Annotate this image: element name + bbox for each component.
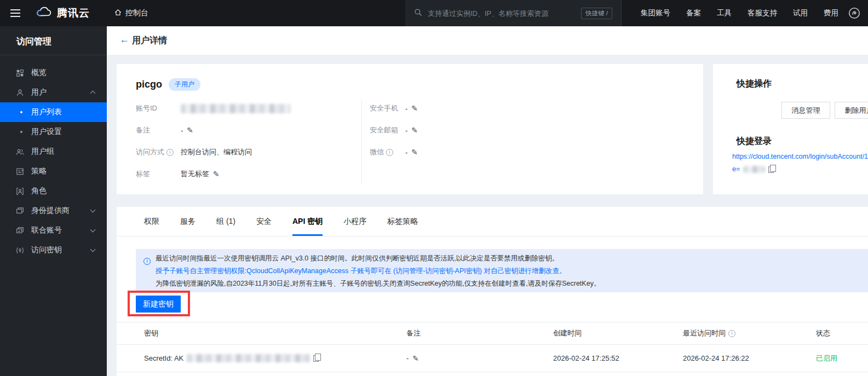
sidebar-item-roles[interactable]: 角色 <box>0 181 107 201</box>
banner-link[interactable]: 授予子账号自主管理密钥权限:QcloudCollApiKeyManageAcce… <box>156 265 600 277</box>
sub-account-login-link[interactable]: https://cloud.tencent.com/login/subAccou… <box>732 151 868 176</box>
secret-id-prefix: SecretId: AK <box>144 354 183 362</box>
tab-permissions[interactable]: 权限 <box>144 207 159 236</box>
account-id-label: 账号ID <box>136 103 181 113</box>
sidebar-item-label: 用户组 <box>31 147 54 157</box>
col-status: 状态 <box>816 328 868 338</box>
menu-item-trial[interactable]: 试用 <box>793 8 808 18</box>
tab-tag-policy[interactable]: 标签策略 <box>387 207 418 236</box>
vertical-divider <box>361 100 362 185</box>
info-icon[interactable]: i <box>728 330 735 337</box>
tab-mini-program[interactable]: 小程序 <box>343 207 366 236</box>
key-created-time: 2026-02-24 17:25:52 <box>553 354 683 362</box>
col-last-access: 最近访问时间 i <box>683 328 816 338</box>
info-banner: i 最近访问时间指最近一次使用密钥调用云 API_v3.0 接口的时间。此时间仅… <box>136 249 868 292</box>
edit-wechat-icon[interactable]: ✎ <box>411 148 418 156</box>
home-icon <box>114 8 122 18</box>
menu-item-billing[interactable]: 费用 <box>824 8 838 18</box>
edit-email-icon[interactable]: ✎ <box>411 126 418 134</box>
col-created: 创建时间 <box>553 328 683 338</box>
console-label: 控制台 <box>125 8 148 18</box>
detail-tabs-card: 权限 服务 组 (1) 安全 API 密钥 小程序 标签策略 i 最近访问时间指… <box>117 207 868 376</box>
user-icon <box>16 88 25 97</box>
chevron-down-icon <box>90 207 96 213</box>
tab-api-keys[interactable]: API 密钥 <box>292 207 323 236</box>
masked-secret-id <box>187 354 310 362</box>
chevron-down-icon <box>90 227 96 233</box>
shortcut-key-badge: 快捷键 / <box>581 8 612 19</box>
sidebar-item-policies[interactable]: 策略 <box>0 161 107 181</box>
access-mode-value: 控制台访问、编程访问 <box>181 147 252 157</box>
hamburger-menu-icon[interactable] <box>2 0 28 26</box>
user-info-card: picgo 子用户 账号ID 备注 -✎ 访问方式i 控制台访问、编程访问 标签… <box>117 64 703 194</box>
sidebar-item-label: 身份提供商 <box>31 206 70 216</box>
tab-security[interactable]: 安全 <box>256 207 272 236</box>
info-icon[interactable]: i <box>386 149 393 156</box>
bullet-dot-icon <box>20 131 22 133</box>
console-link[interactable]: 控制台 <box>114 8 148 18</box>
sidebar-item-label: 联合账号 <box>31 225 62 235</box>
tab-services[interactable]: 服务 <box>180 207 196 236</box>
wechat-label: 微信 <box>370 147 384 157</box>
menu-item-tools[interactable]: 工具 <box>717 8 732 18</box>
role-icon <box>16 187 25 195</box>
sidebar-item-label: 策略 <box>31 166 47 176</box>
message-management-button[interactable]: 消息管理 <box>781 102 830 119</box>
edit-key-remark-icon[interactable]: ✎ <box>412 355 419 362</box>
sidebar-item-user-settings[interactable]: 用户设置 <box>0 122 107 142</box>
info-icon[interactable]: i <box>166 149 174 156</box>
grid-icon <box>16 68 25 77</box>
sidebar-item-label: 访问密钥 <box>31 245 62 255</box>
brand-text: 腾讯云 <box>57 6 90 20</box>
sidebar-item-label: 角色 <box>31 186 47 196</box>
login-url[interactable]: https://cloud.tencent.com/login/subAccou… <box>732 151 868 163</box>
sidebar-item-access-keys[interactable]: 访问密钥 <box>0 240 107 260</box>
tag-value: 暂无标签 <box>181 169 209 179</box>
masked-account-id <box>181 104 290 113</box>
search-icon <box>414 8 422 19</box>
sidebar-item-identity-providers[interactable]: 身份提供商 <box>0 201 107 221</box>
edit-remark-icon[interactable]: ✎ <box>187 126 193 134</box>
user-name: picgo <box>136 79 162 90</box>
edit-tag-icon[interactable]: ✎ <box>213 170 220 178</box>
table-header-row: 密钥 备注 创建时间 最近访问时间 i 状态 <box>117 322 868 345</box>
search-input[interactable] <box>428 9 581 18</box>
sidebar-item-federated-accounts[interactable]: 联合账号 <box>0 221 107 240</box>
copy-icon[interactable] <box>768 166 774 173</box>
menu-item-icp[interactable]: 备案 <box>686 8 701 18</box>
security-email-label: 安全邮箱 <box>370 125 405 135</box>
security-phone-label: 安全手机 <box>370 103 405 113</box>
security-email-value: - <box>405 126 407 135</box>
sidebar-item-users[interactable]: 用户 <box>0 83 107 102</box>
tab-bar: 权限 服务 组 (1) 安全 API 密钥 小程序 标签策略 <box>117 207 868 236</box>
delete-user-button[interactable]: 删除用户 <box>835 102 868 119</box>
key-last-access-time: 2026-02-24 17:26:22 <box>683 354 816 362</box>
sidebar-title: 访问管理 <box>0 26 107 55</box>
identity-provider-icon <box>16 206 25 215</box>
avatar-icon[interactable] <box>848 7 860 19</box>
table-row: SecretId: AK - ✎ 2026-02-24 17:25:52 202… <box>117 345 868 372</box>
menu-item-support[interactable]: 客服支持 <box>748 8 777 18</box>
sidebar-item-overview[interactable]: 概览 <box>0 63 107 83</box>
masked-url-part <box>743 166 766 173</box>
copy-icon[interactable] <box>313 355 319 362</box>
page-title: 用户详情 <box>132 35 167 47</box>
banner-line3: 为降低密钥泄漏的风险,自2023年11月30日起,对所有主账号、子账号的密钥,关… <box>156 277 600 290</box>
tag-label: 标签 <box>136 169 181 179</box>
sidebar-item-label: 用户设置 <box>31 127 62 137</box>
cloud-logo-icon <box>35 5 53 21</box>
info-icon: i <box>143 258 151 265</box>
quick-login-title: 快捷登录 <box>737 136 772 147</box>
tab-groups[interactable]: 组 (1) <box>216 207 235 236</box>
sub-user-badge: 子用户 <box>169 78 200 91</box>
col-remark: 备注 <box>406 328 553 338</box>
tencent-cloud-logo[interactable]: 腾讯云 <box>35 5 90 21</box>
policy-icon <box>16 167 25 176</box>
edit-phone-icon[interactable]: ✎ <box>411 105 418 112</box>
sidebar-item-user-groups[interactable]: 用户组 <box>0 142 107 161</box>
sidebar-item-user-list[interactable]: 用户列表 <box>0 102 107 122</box>
create-key-button[interactable]: 新建密钥 <box>136 296 181 313</box>
remark-value: - <box>181 126 183 135</box>
menu-item-group-account[interactable]: 集团账号 <box>641 8 670 18</box>
back-button[interactable]: ← <box>119 34 129 45</box>
